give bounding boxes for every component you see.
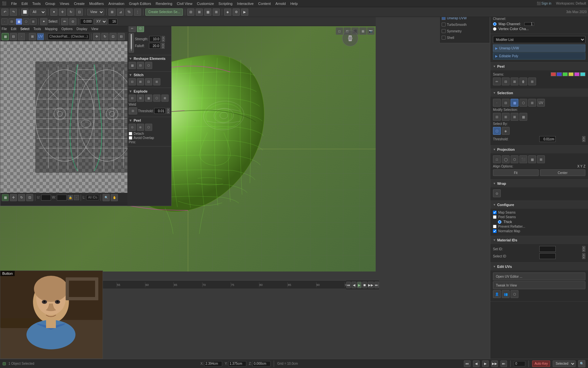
uv-menu-file[interactable]: File: [2, 27, 7, 31]
map-seams-checkbox[interactable]: [493, 211, 497, 214]
x-coord-input[interactable]: [204, 361, 222, 366]
scale-btn[interactable]: ⊡: [76, 9, 83, 16]
uv-menu-options[interactable]: Options: [61, 27, 73, 31]
weld-btn[interactable]: ⊟: [129, 107, 137, 114]
render-setup-btn[interactable]: ⚙: [233, 9, 240, 16]
go-start-btn[interactable]: ⏮: [346, 282, 351, 288]
stitch-btn1[interactable]: ⊟: [129, 78, 136, 85]
wrap-btn1[interactable]: ⊙: [493, 189, 501, 197]
select-id-input[interactable]: [539, 253, 556, 259]
modify-sel-btn2[interactable]: ⊞: [502, 113, 510, 121]
axis-dropdown[interactable]: XY XZ YZ: [94, 19, 107, 25]
threshold-down[interactable]: ▼: [167, 111, 170, 114]
reshape-face-btn[interactable]: ▦: [129, 62, 136, 69]
tweak-in-view-btn[interactable]: Tweak In View: [493, 281, 585, 289]
set-id-up[interactable]: ▲: [582, 246, 585, 249]
uv-label[interactable]: UV: [37, 33, 44, 40]
sign-in[interactable]: ⬛ Sign in: [537, 2, 551, 5]
proj-xform-btn[interactable]: ⊠: [537, 155, 545, 163]
prev-frame-btn[interactable]: ◀: [351, 282, 356, 288]
falloff-up[interactable]: ▲: [161, 43, 165, 46]
sel-face-btn[interactable]: ▦: [16, 18, 22, 25]
threshold-rp-input[interactable]: [539, 136, 556, 142]
peel-edit-btn5[interactable]: ⊞: [528, 78, 536, 85]
seam-color-2[interactable]: [557, 72, 562, 76]
sel-edge-rp-btn[interactable]: ⊟: [502, 99, 510, 107]
y-coord-input[interactable]: [228, 361, 246, 366]
proj-planar-btn[interactable]: □: [493, 155, 501, 163]
sel-uvw-rp-btn[interactable]: UV: [537, 99, 545, 107]
seam-color-5[interactable]: [574, 72, 580, 76]
uv-move2-btn[interactable]: ✛: [10, 194, 17, 201]
uv-menu-mapping[interactable]: Mapping: [45, 27, 57, 31]
view-dropdown[interactable]: View: [87, 9, 104, 15]
uv-move-btn[interactable]: ✛: [93, 33, 100, 40]
threshold-up[interactable]: ▲: [167, 108, 170, 111]
fit-btn[interactable]: Fit: [493, 169, 539, 176]
sel-edge-btn[interactable]: ⊟: [8, 18, 15, 25]
select-object-btn[interactable]: ⬜: [21, 9, 28, 16]
menu-create[interactable]: Create: [74, 2, 85, 6]
reshape-vert-btn[interactable]: ⬡: [145, 62, 152, 69]
modifier-turbosmooth-item[interactable]: TurboSmooth: [440, 21, 490, 28]
spacing-btn[interactable]: ⊞: [213, 9, 220, 16]
seam-color-1[interactable]: [551, 72, 556, 76]
auto-key-btn[interactable]: Auto Key: [532, 360, 550, 367]
menu-content[interactable]: Content: [258, 2, 271, 6]
peel-rp-header[interactable]: ▼ Peel: [490, 62, 588, 70]
align-btn[interactable]: ⊟: [187, 9, 194, 16]
select-id-up[interactable]: ▲: [582, 253, 585, 256]
stitch-btn4[interactable]: ⊞: [153, 78, 160, 85]
strength-down[interactable]: ▼: [162, 39, 165, 42]
status-next[interactable]: ▶▶: [491, 360, 498, 367]
vertex-color-radio[interactable]: [493, 27, 497, 31]
seam-color-3[interactable]: [563, 72, 568, 76]
peel-edit-btn3[interactable]: ⊠: [511, 78, 518, 85]
menu-tools[interactable]: Tools: [32, 2, 41, 6]
x-coord[interactable]: [80, 19, 93, 25]
material-editor-btn[interactable]: ◈: [224, 9, 231, 16]
stitch-btn2[interactable]: ⊠: [137, 78, 144, 85]
detach-checkbox[interactable]: [129, 132, 132, 135]
uv-mode-face-btn[interactable]: ▦: [2, 33, 9, 40]
uv-freeform-btn[interactable]: ⊟: [118, 33, 125, 40]
mirror-btn[interactable]: ⊠: [196, 9, 203, 16]
material-ids-header[interactable]: ▼ Material IDs: [490, 236, 588, 244]
uv-mode-edge-btn[interactable]: ⊟: [10, 33, 17, 40]
brush-pencil-icon[interactable]: [129, 33, 134, 53]
modify-sel-btn4[interactable]: ▦: [519, 113, 527, 121]
uv-pan-btn[interactable]: ✋: [111, 194, 118, 201]
snap-val[interactable]: [108, 19, 117, 25]
threshold-rp-down[interactable]: ▼: [582, 139, 585, 142]
percent-snap-btn[interactable]: %: [125, 9, 133, 16]
thick-radio[interactable]: [498, 220, 501, 224]
uv-mode-vert-btn[interactable]: ·: [18, 33, 25, 40]
sel-face-rp-btn[interactable]: ▦: [511, 99, 518, 107]
proj-cylinder-btn[interactable]: ◯: [502, 155, 510, 163]
falloff-input[interactable]: [149, 43, 160, 49]
selection-filter-dropdown[interactable]: All: [30, 9, 46, 15]
modify-sel-btn3[interactable]: ⊠: [511, 113, 518, 121]
modify-sel-btn1[interactable]: ⊟: [493, 113, 501, 121]
modifier-symmetry-item[interactable]: Symmetry: [440, 28, 490, 34]
status-go-start[interactable]: ⏮: [464, 360, 470, 367]
seam-color-6[interactable]: [580, 72, 585, 76]
sel-poly-btn[interactable]: ⬡: [23, 18, 29, 25]
next-frame-btn[interactable]: ▶▶: [368, 282, 374, 288]
frame-input[interactable]: [514, 361, 525, 366]
uv-checker-btn[interactable]: ⊞: [29, 33, 36, 40]
vp-cam-btn[interactable]: 📷: [367, 27, 374, 35]
uv-rotate2-btn[interactable]: ↻: [18, 194, 25, 201]
menu-file[interactable]: File: [11, 2, 17, 6]
render-btn[interactable]: ▶: [241, 9, 248, 16]
selection-header[interactable]: ▼ Selection: [490, 89, 588, 97]
set-id-input[interactable]: [539, 246, 556, 252]
modifier-shell-item[interactable]: Shell: [440, 34, 490, 41]
explode-btn5[interactable]: ⊠: [161, 95, 169, 102]
menu-modifiers[interactable]: Modifiers: [89, 2, 104, 6]
threshold-rp-up[interactable]: ▲: [582, 136, 585, 139]
uv-menu-display[interactable]: Display: [76, 27, 87, 31]
threshold-input[interactable]: [154, 108, 166, 114]
peel-btn3[interactable]: ⬡: [145, 124, 152, 131]
status-go-end[interactable]: ⏭: [500, 360, 507, 367]
